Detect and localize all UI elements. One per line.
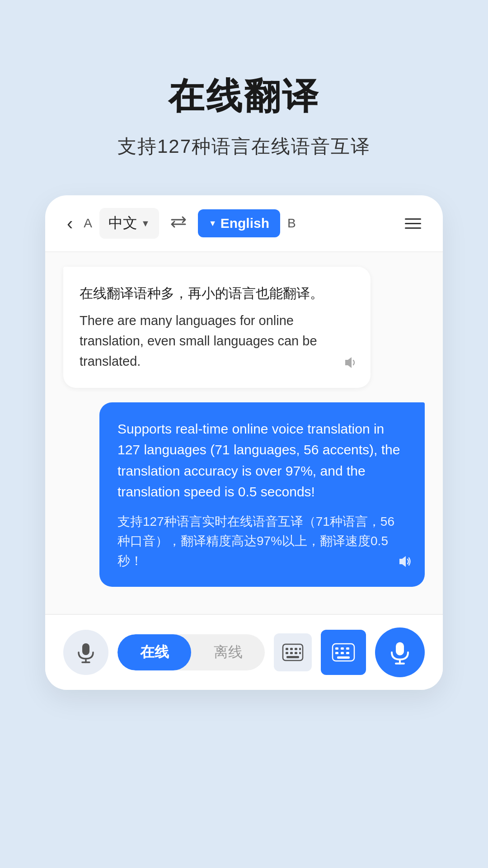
keyboard-filled-button[interactable]: [321, 630, 366, 675]
menu-line-3: [405, 227, 421, 229]
page-title: 在线翻译: [27, 72, 461, 121]
swap-languages-button[interactable]: [170, 214, 187, 233]
svg-rect-18: [346, 647, 349, 650]
lang-b-label: B: [287, 216, 296, 231]
incoming-translated-text: There are many languages for online tran…: [80, 311, 349, 372]
target-language-selector[interactable]: ▼ English: [198, 209, 280, 237]
menu-button[interactable]: [401, 215, 425, 232]
source-language-label: 中文: [108, 213, 137, 233]
page-subtitle: 支持127种语言在线语音互译: [27, 134, 461, 159]
bottom-bar: 在线 离线: [45, 614, 443, 690]
outgoing-english-text: Supports real-time online voice translat…: [117, 419, 407, 503]
svg-rect-22: [337, 656, 350, 659]
source-language-selector[interactable]: 中文 ▼: [99, 208, 159, 239]
mode-toggle[interactable]: 在线 离线: [117, 634, 265, 670]
svg-rect-17: [341, 647, 344, 650]
svg-rect-6: [286, 648, 288, 650]
menu-line-2: [405, 223, 421, 224]
svg-rect-12: [295, 652, 297, 654]
svg-rect-11: [290, 652, 293, 654]
small-mic-button[interactable]: [63, 630, 108, 675]
svg-marker-1: [399, 556, 406, 567]
svg-rect-21: [346, 652, 349, 654]
svg-rect-9: [299, 648, 301, 650]
svg-rect-14: [286, 656, 299, 658]
phone-card: ‹ A 中文 ▼ ▼ English B 在线翻译语种多，再小的语言也能翻译。: [45, 195, 443, 690]
outgoing-sound-button[interactable]: [398, 554, 412, 572]
nav-bar: ‹ A 中文 ▼ ▼ English B: [45, 195, 443, 252]
outgoing-chinese-text: 支持127种语言实时在线语音互译（71种语言，56种口音），翻译精度高达97%以…: [117, 512, 407, 571]
incoming-message: 在线翻译语种多，再小的语言也能翻译。 There are many langua…: [63, 267, 371, 388]
svg-rect-23: [396, 642, 404, 656]
svg-rect-7: [290, 648, 293, 650]
svg-rect-2: [82, 643, 89, 655]
incoming-sound-button[interactable]: [343, 355, 358, 373]
target-language-label: English: [221, 216, 269, 231]
menu-line-1: [405, 218, 421, 220]
incoming-original-text: 在线翻译语种多，再小的语言也能翻译。: [80, 283, 349, 303]
outgoing-message: Supports real-time online voice translat…: [99, 402, 425, 587]
svg-rect-16: [335, 647, 338, 650]
lang-a-label: A: [84, 216, 92, 231]
svg-rect-10: [286, 652, 288, 654]
source-language-dropdown-icon: ▼: [141, 218, 150, 229]
keyboard-outline-button[interactable]: [274, 633, 312, 671]
target-language-dropdown-icon: ▼: [209, 219, 217, 228]
chat-area: 在线翻译语种多，再小的语言也能翻译。 There are many langua…: [45, 252, 443, 614]
big-mic-button[interactable]: [375, 627, 425, 677]
svg-rect-8: [295, 648, 297, 650]
svg-marker-0: [345, 357, 352, 368]
svg-rect-19: [335, 652, 338, 654]
page-header: 在线翻译 支持127种语言在线语音互译: [0, 0, 488, 195]
svg-rect-13: [299, 652, 301, 654]
svg-rect-20: [341, 652, 344, 654]
offline-mode-button[interactable]: 离线: [191, 634, 265, 670]
online-mode-button[interactable]: 在线: [117, 634, 191, 670]
back-button[interactable]: ‹: [63, 210, 76, 237]
